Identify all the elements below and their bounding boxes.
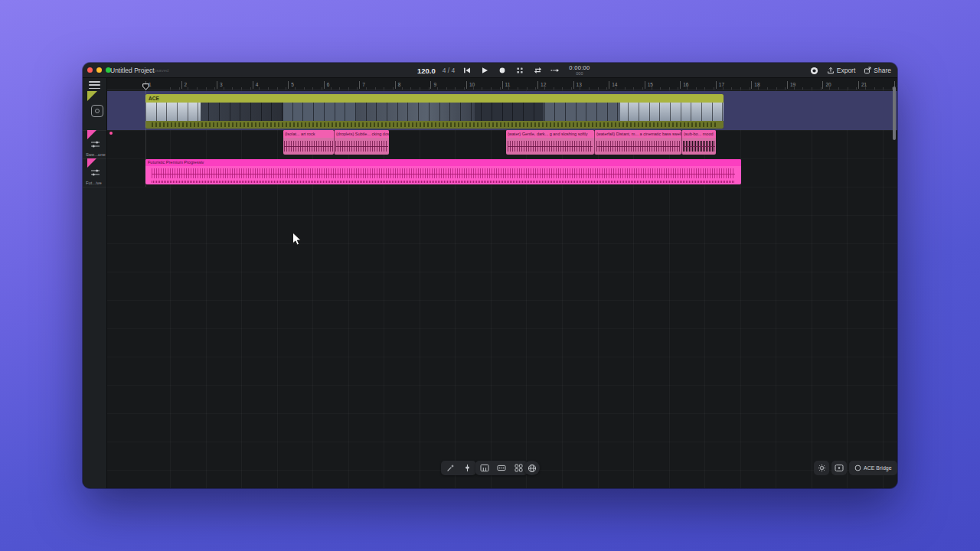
menu-icon[interactable]	[89, 81, 100, 89]
autosave-status: Autosaved	[147, 68, 168, 73]
app-window: Untitled Project Autosaved 120.0 4 / 4	[83, 63, 897, 488]
piano-icon[interactable]	[480, 464, 489, 473]
audio-clip[interactable]: Futuristic Premium Progressiv	[145, 159, 741, 184]
wand-icon[interactable]	[446, 464, 455, 473]
export-button[interactable]: Export	[827, 67, 856, 74]
audio-clip-label: (sub-bo... mood	[682, 130, 716, 138]
vertical-scrollbar[interactable]	[893, 86, 896, 140]
audio-sliders-icon[interactable]	[90, 140, 100, 148]
play-icon[interactable]	[479, 65, 490, 76]
desktop: { "window": { "title": "Untitled Project…	[0, 0, 980, 551]
main-area: 12345678910111213141516171819202122 ACE …	[83, 78, 897, 488]
titlebar-actions: Export Share	[810, 63, 891, 78]
skip-start-icon[interactable]	[462, 65, 472, 76]
audio-waveform	[284, 141, 332, 152]
ruler-minor-ticks	[170, 87, 897, 90]
audio-clip[interactable]: (water) Gentle, dark... g and sloshing s…	[506, 130, 594, 155]
audio-clip[interactable]: (sub-bo... mood	[681, 130, 716, 155]
share-button[interactable]: Share	[864, 67, 891, 74]
audio-track-color-tag	[87, 158, 96, 168]
playhead-marker[interactable]	[142, 83, 149, 90]
track-label[interactable]: Swe...one	[86, 152, 106, 157]
audio-clip-label: (water) Gentle, dark... g and sloshing s…	[506, 130, 594, 138]
titlebar: Untitled Project Autosaved 120.0 4 / 4	[83, 63, 897, 78]
bpm-value[interactable]: 120.0	[417, 67, 436, 75]
video-filmstrip	[145, 103, 724, 121]
audio-clip-label: (waterfall) Distant, m... a cinematic ba…	[595, 130, 681, 138]
audio-waveform	[508, 141, 592, 152]
video-track-icon[interactable]	[91, 105, 103, 117]
video-clip[interactable]: ACE	[145, 94, 724, 129]
video-clip-waveform	[145, 121, 724, 129]
export-label: Export	[837, 67, 856, 74]
audio-clip-label: Futuristic Premium Progressiv	[145, 159, 741, 166]
audio-clip[interactable]: (droplets) Subtle... cking down glass	[334, 130, 389, 155]
audio-waveform	[596, 141, 680, 152]
browser-tool-group	[524, 461, 540, 475]
bottom-right-controls: ACE Bridge	[814, 461, 897, 475]
midi-keyboard-icon[interactable]	[497, 464, 506, 473]
edit-tools-group	[441, 461, 476, 475]
audio-clip-label: (Isolat... art rock	[283, 130, 334, 138]
time-display[interactable]: 0:00:00 000	[569, 65, 590, 76]
loop-icon[interactable]	[532, 65, 543, 76]
time-value: 0:00:00	[569, 65, 590, 71]
time-signature[interactable]: 4 / 4	[443, 67, 456, 74]
window-controls	[87, 67, 111, 73]
audio-clip-label: (droplets) Subtle... cking down glass	[335, 130, 389, 138]
ace-bridge-button[interactable]: ACE Bridge	[849, 461, 897, 475]
instrument-tools-group	[475, 461, 528, 475]
share-label: Share	[874, 67, 891, 74]
audio-clip[interactable]: (Isolat... art rock	[283, 130, 334, 155]
pads-icon[interactable]	[514, 464, 523, 473]
account-icon[interactable]	[810, 67, 818, 75]
track-header-sidebar: Swe...one Fut...ive	[83, 78, 107, 488]
ace-bridge-label: ACE Bridge	[864, 465, 892, 471]
globe-icon[interactable]	[528, 464, 537, 473]
time-sub-value: 000	[576, 72, 583, 77]
minimize-window-button[interactable]	[96, 67, 102, 73]
record-icon[interactable]	[497, 65, 508, 76]
video-clip-label: ACE	[145, 94, 724, 103]
audio-sliders-icon[interactable]	[90, 168, 100, 177]
track-label[interactable]: Fut...ive	[86, 181, 106, 185]
playhead-line	[145, 90, 146, 187]
audio-track-color-tag	[87, 130, 96, 139]
fader-icon[interactable]	[462, 464, 472, 473]
track2-record-dot	[109, 132, 113, 135]
settings-button[interactable]	[814, 461, 829, 475]
video-track-color-tag	[87, 91, 97, 101]
track-divider	[83, 187, 106, 187]
audio-waveform	[152, 181, 735, 183]
audio-waveform	[683, 141, 715, 152]
autoscroll-icon[interactable]	[550, 65, 560, 76]
transport-bar: 120.0 4 / 4 0:00:00 000	[417, 63, 590, 78]
audio-clip[interactable]: (waterfall) Distant, m... a cinematic ba…	[594, 130, 681, 155]
grid-icon[interactable]	[514, 65, 525, 76]
audio-waveform	[335, 141, 387, 152]
timeline-ruler[interactable]: 12345678910111213141516171819202122	[107, 78, 897, 90]
audio-waveform	[152, 168, 735, 178]
display-button[interactable]	[831, 461, 847, 475]
close-window-button[interactable]	[87, 67, 93, 73]
